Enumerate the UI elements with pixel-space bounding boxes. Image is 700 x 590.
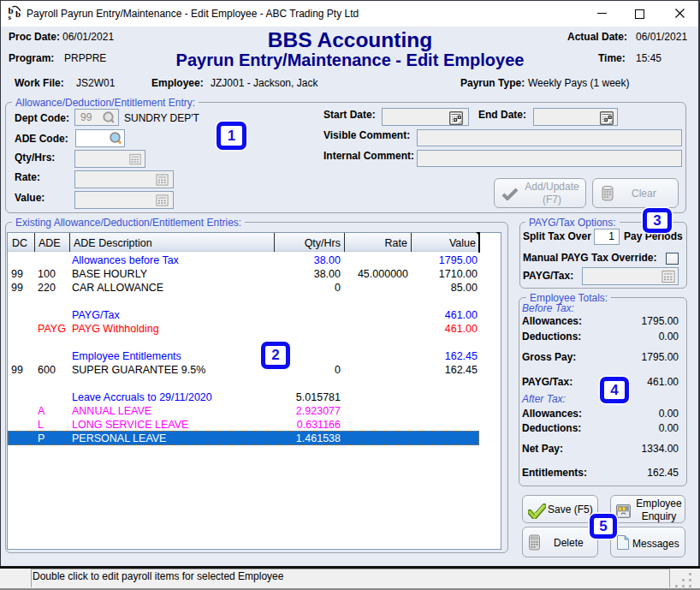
svg-text:s: s bbox=[9, 13, 12, 21]
